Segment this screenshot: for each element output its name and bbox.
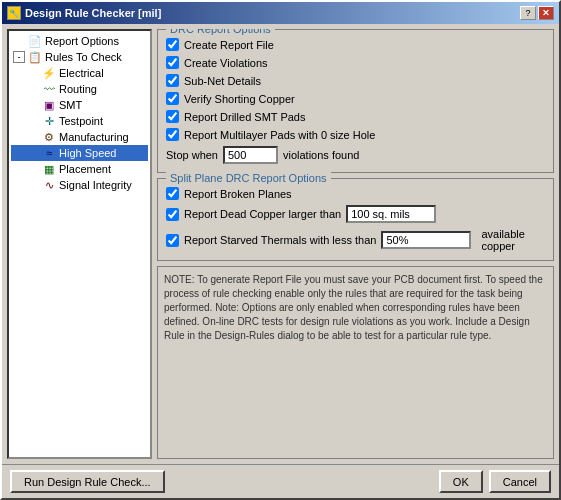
drc-option-row-create-report: Create Report File — [166, 38, 545, 51]
label-report-dead-copper: Report Dead Copper larger than — [184, 208, 341, 220]
tree-item-manufacturing[interactable]: ⚙Manufacturing — [11, 129, 148, 145]
split-plane-group: Split Plane DRC Report Options Report Br… — [157, 178, 554, 261]
drc-report-group: DRC Report Options Create Report FileCre… — [157, 29, 554, 173]
drc-option-row-create-violations: Create Violations — [166, 56, 545, 69]
split-option-row-report-starved: Report Starved Thermals with less thanav… — [166, 228, 545, 252]
ok-button[interactable]: OK — [439, 470, 483, 493]
tree-label-placement: Placement — [59, 163, 111, 175]
icon-report-options: 📄 — [27, 34, 43, 48]
split-option-row-report-dead-copper: Report Dead Copper larger than — [166, 205, 545, 223]
close-button[interactable]: ✕ — [538, 6, 554, 20]
stop-when-label: Stop when — [166, 149, 218, 161]
content-area: 📄Report Options-📋Rules To Check⚡Electric… — [2, 24, 559, 464]
tree-item-testpoint[interactable]: ✛Testpoint — [11, 113, 148, 129]
stop-when-row: Stop when violations found — [166, 146, 545, 164]
tree-item-smt[interactable]: ▣SMT — [11, 97, 148, 113]
tree-label-routing: Routing — [59, 83, 97, 95]
icon-smt: ▣ — [41, 98, 57, 112]
icon-placement: ▦ — [41, 162, 57, 176]
tree-item-placement[interactable]: ▦Placement — [11, 161, 148, 177]
icon-rules-to-check: 📋 — [27, 50, 43, 64]
bottom-bar: Run Design Rule Check... OK Cancel — [2, 464, 559, 498]
icon-high-speed: ≈ — [41, 146, 57, 160]
drc-option-row-subnet-details: Sub-Net Details — [166, 74, 545, 87]
checkbox-report-multilayer[interactable] — [166, 128, 179, 141]
input-report-dead-copper[interactable] — [346, 205, 436, 223]
drc-group-title: DRC Report Options — [166, 29, 275, 35]
split-plane-title: Split Plane DRC Report Options — [166, 172, 331, 184]
checkbox-create-violations[interactable] — [166, 56, 179, 69]
label-report-broken: Report Broken Planes — [184, 188, 292, 200]
icon-signal-integrity: ∿ — [41, 178, 57, 192]
checkbox-verify-shorting[interactable] — [166, 92, 179, 105]
left-panel: 📄Report Options-📋Rules To Check⚡Electric… — [7, 29, 152, 459]
label-verify-shorting: Verify Shorting Copper — [184, 93, 295, 105]
input-report-starved[interactable] — [381, 231, 471, 249]
violations-found-label: violations found — [283, 149, 359, 161]
tree-label-manufacturing: Manufacturing — [59, 131, 129, 143]
checkbox-subnet-details[interactable] — [166, 74, 179, 87]
tree-label-high-speed: High Speed — [59, 147, 117, 159]
tree-label-rules-to-check: Rules To Check — [45, 51, 122, 63]
tree-item-routing[interactable]: 〰Routing — [11, 81, 148, 97]
icon-testpoint: ✛ — [41, 114, 57, 128]
window-title: Design Rule Checker [mil] — [25, 7, 161, 19]
label-report-drilled: Report Drilled SMT Pads — [184, 111, 305, 123]
tree-item-report-options[interactable]: 📄Report Options — [11, 33, 148, 49]
tree-item-rules-to-check[interactable]: -📋Rules To Check — [11, 49, 148, 65]
tree-label-electrical: Electrical — [59, 67, 104, 79]
checkbox-report-drilled[interactable] — [166, 110, 179, 123]
title-bar-left: 🔧 Design Rule Checker [mil] — [7, 6, 161, 20]
ok-cancel-group: OK Cancel — [439, 470, 551, 493]
cancel-button[interactable]: Cancel — [489, 470, 551, 493]
title-bar: 🔧 Design Rule Checker [mil] ? ✕ — [2, 2, 559, 24]
main-window: 🔧 Design Rule Checker [mil] ? ✕ 📄Report … — [0, 0, 561, 500]
drc-option-row-report-drilled: Report Drilled SMT Pads — [166, 110, 545, 123]
label-report-starved: Report Starved Thermals with less than — [184, 234, 376, 246]
help-button[interactable]: ? — [520, 6, 536, 20]
title-bar-controls: ? ✕ — [520, 6, 554, 20]
stop-when-input[interactable] — [223, 146, 278, 164]
tree-label-report-options: Report Options — [45, 35, 119, 47]
icon-electrical: ⚡ — [41, 66, 57, 80]
drc-option-row-verify-shorting: Verify Shorting Copper — [166, 92, 545, 105]
tree-toggle-rules-to-check[interactable]: - — [13, 51, 25, 63]
tree-label-testpoint: Testpoint — [59, 115, 103, 127]
checkbox-report-starved[interactable] — [166, 234, 179, 247]
tree-item-high-speed[interactable]: ≈High Speed — [11, 145, 148, 161]
tree-label-signal-integrity: Signal Integrity — [59, 179, 132, 191]
icon-manufacturing: ⚙ — [41, 130, 57, 144]
split-option-row-report-broken: Report Broken Planes — [166, 187, 545, 200]
note-text: NOTE: To generate Report File you must s… — [157, 266, 554, 459]
tree-item-signal-integrity[interactable]: ∿Signal Integrity — [11, 177, 148, 193]
label-report-multilayer: Report Multilayer Pads with 0 size Hole — [184, 129, 375, 141]
label-create-report: Create Report File — [184, 39, 274, 51]
app-icon: 🔧 — [7, 6, 21, 20]
label-create-violations: Create Violations — [184, 57, 268, 69]
run-check-button[interactable]: Run Design Rule Check... — [10, 470, 165, 493]
right-panel: DRC Report Options Create Report FileCre… — [157, 29, 554, 459]
label-subnet-details: Sub-Net Details — [184, 75, 261, 87]
tree-label-smt: SMT — [59, 99, 82, 111]
checkbox-report-broken[interactable] — [166, 187, 179, 200]
checkbox-create-report[interactable] — [166, 38, 179, 51]
drc-option-row-report-multilayer: Report Multilayer Pads with 0 size Hole — [166, 128, 545, 141]
icon-routing: 〰 — [41, 82, 57, 96]
suffix-report-starved: available copper — [481, 228, 545, 252]
tree-item-electrical[interactable]: ⚡Electrical — [11, 65, 148, 81]
checkbox-report-dead-copper[interactable] — [166, 208, 179, 221]
